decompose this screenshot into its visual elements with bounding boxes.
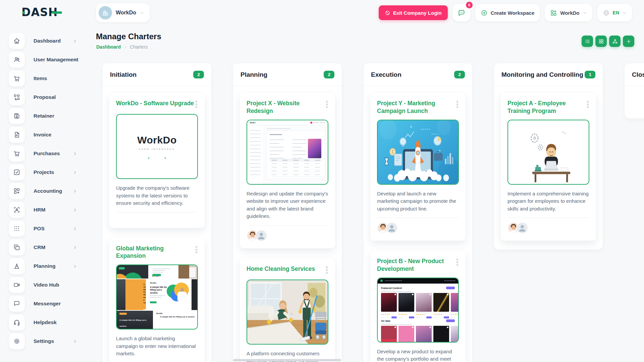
sidebar-item-label: Invoice <box>34 132 51 138</box>
sidebar-item-label: Proposal <box>34 94 56 100</box>
workspace-switcher[interactable]: WorkDo <box>96 3 150 22</box>
card-header: Project Y - Marketing Campaign Launch <box>377 100 459 115</box>
card-image-cleaning-photo <box>247 280 328 345</box>
sidebar-nav: DashboardUser ManagementItemsProposalRet… <box>0 32 89 351</box>
card-image-marketing-collage: A simple title for filling out a section… <box>116 264 198 329</box>
card-image-dashboard-screenshot: DASH <box>247 120 328 185</box>
chevron-down-icon <box>140 11 144 15</box>
list-view-button[interactable] <box>582 36 593 47</box>
chevron-down-icon <box>583 11 587 15</box>
charter-card-project-x-website-redesign[interactable]: Project X - Website Redesign DASH Redesi… <box>240 93 335 248</box>
charter-title-link[interactable]: WorkDo - Software Upgrade <box>116 100 194 107</box>
sidebar-item-helpdesk[interactable]: Helpdesk <box>0 313 89 332</box>
charter-title-link[interactable]: Home Cleaning Services <box>247 265 315 273</box>
column-count-badge: 1 <box>585 71 595 78</box>
home-icon <box>9 33 25 49</box>
column-count-badge: 2 <box>454 71 465 78</box>
grid-view-button[interactable] <box>595 36 607 47</box>
charter-title-link[interactable]: Project Y - Marketing Campaign Launch <box>377 100 456 115</box>
sidebar-item-label: Video Hub <box>34 282 59 288</box>
charter-card-global-marketing-expansion[interactable]: Global Marketing Expansion A simple titl… <box>109 238 205 362</box>
card-image-training-illustration <box>507 120 589 185</box>
card-options-menu[interactable] <box>586 100 589 109</box>
sidebar-item-label: Messenger <box>34 301 61 307</box>
exit-company-login-button[interactable]: Exit Company Login <box>379 5 448 20</box>
charter-card-workdo-software-upgrade[interactable]: WorkDo - Software Upgrade WorkDoUSER INT… <box>109 93 205 228</box>
workspace-name: WorkDo <box>116 10 136 16</box>
sidebar-item-retainer[interactable]: Retainer <box>0 107 89 125</box>
card-options-menu[interactable] <box>195 100 198 109</box>
sidebar-item-hrm[interactable]: HRM <box>0 200 89 219</box>
column-count-badge: 2 <box>193 71 204 78</box>
sidebar-item-video-hub[interactable]: Video Hub <box>0 276 89 294</box>
sidebar-item-user-management[interactable]: User Management <box>0 50 89 69</box>
sidebar-item-purchases[interactable]: Purchases <box>0 144 89 163</box>
column-title: Monitoring and Controlling <box>501 71 583 78</box>
sidebar-item-messenger[interactable]: Messenger <box>0 294 89 313</box>
card-options-menu[interactable] <box>456 100 459 109</box>
chevron-right-icon <box>73 152 77 156</box>
sidebar-item-crm[interactable]: CRM <box>0 238 89 257</box>
chevron-down-icon <box>622 11 627 15</box>
sidebar-item-proposal[interactable]: Proposal <box>0 88 89 107</box>
sidebar-item-pos[interactable]: POS <box>0 219 89 238</box>
card-options-menu[interactable] <box>325 100 328 109</box>
charter-description: Implement a comprehensive training progr… <box>507 190 589 213</box>
column-count-badge: 2 <box>324 71 334 78</box>
create-workspace-label: Create Workspace <box>491 10 535 16</box>
retainer-icon <box>9 108 25 124</box>
column-body: WorkDo - Software Upgrade WorkDoUSER INT… <box>103 86 211 362</box>
card-options-menu[interactable] <box>456 257 459 267</box>
plus-icon <box>626 39 632 44</box>
sidebar-item-dashboard[interactable]: Dashboard <box>0 32 89 50</box>
chevron-right-icon <box>73 227 77 231</box>
globe-icon <box>603 9 610 16</box>
card-header: Global Marketing Expansion <box>116 245 198 260</box>
headset-icon <box>9 314 25 330</box>
kanban-column-closing: Closing <box>625 63 644 118</box>
column-title: Initiation <box>110 71 137 78</box>
charter-card-home-cleaning-services[interactable]: Home Cleaning Services <box>240 258 335 362</box>
language-switcher[interactable]: EN <box>597 4 632 21</box>
charter-card-project-a-employee-training-program[interactable]: Project A - Employee Training Program Im… <box>501 93 596 241</box>
exit-company-login-label: Exit Company Login <box>393 10 442 16</box>
sidebar-item-label: POS <box>34 226 45 232</box>
charter-title-link[interactable]: Project A - Employee Training Program <box>507 100 586 115</box>
board-scrollbar[interactable] <box>233 359 341 361</box>
sidebar-item-label: HRM <box>34 207 45 213</box>
member-avatars <box>377 222 459 234</box>
dash-logo[interactable]: DASH <box>21 5 62 21</box>
charter-title-link[interactable]: Global Marketing Expansion <box>116 245 195 260</box>
users-icon <box>9 52 25 68</box>
sidebar-item-accounting[interactable]: Accounting <box>0 182 89 200</box>
header-actions: Exit Company Login 0 Create Workspace Wo… <box>379 4 632 21</box>
card-options-menu[interactable] <box>195 245 198 254</box>
sidebar-item-label: Planning <box>34 263 55 269</box>
app-switcher-button[interactable]: WorkDo <box>545 4 592 21</box>
hierarchy-view-button[interactable] <box>609 36 621 47</box>
plus-circle-icon <box>481 9 488 16</box>
charter-card-project-b-new-product-development[interactable]: Project B - New Product Development Feat… <box>370 251 466 362</box>
charter-title-link[interactable]: Project X - Website Redesign <box>247 100 325 115</box>
breadcrumb-dashboard-link[interactable]: Dashboard <box>96 44 121 50</box>
sidebar-item-projects[interactable]: Projects <box>0 163 89 182</box>
add-charter-button[interactable] <box>623 36 634 47</box>
messenger-button[interactable]: 0 <box>453 4 470 21</box>
cart-icon <box>9 70 25 86</box>
card-options-menu[interactable] <box>325 265 328 275</box>
kanban-column-planning: Planning 2 Project X - Website Redesign … <box>233 63 342 362</box>
sidebar-item-items[interactable]: Items <box>0 69 89 88</box>
charter-description: Develop and launch a new marketing campa… <box>377 190 459 213</box>
sidebar-item-settings[interactable]: Settings <box>0 332 89 351</box>
sidebar-item-planning[interactable]: Planning <box>0 257 89 276</box>
create-workspace-button[interactable]: Create Workspace <box>475 4 540 21</box>
charter-description: Launch a global marketing campaign to en… <box>116 335 198 358</box>
video-icon <box>9 277 25 293</box>
sidebar-item-label: Dashboard <box>34 38 61 44</box>
card-header: WorkDo - Software Upgrade <box>116 100 198 109</box>
charter-title-link[interactable]: Project B - New Product Development <box>377 257 456 273</box>
member-avatars <box>247 230 328 242</box>
charter-card-project-y-marketing-campaign-launch[interactable]: Project Y - Marketing Campaign Launch De <box>370 93 466 241</box>
card-header: Home Cleaning Services <box>247 265 328 275</box>
sidebar-item-invoice[interactable]: Invoice <box>0 125 89 144</box>
